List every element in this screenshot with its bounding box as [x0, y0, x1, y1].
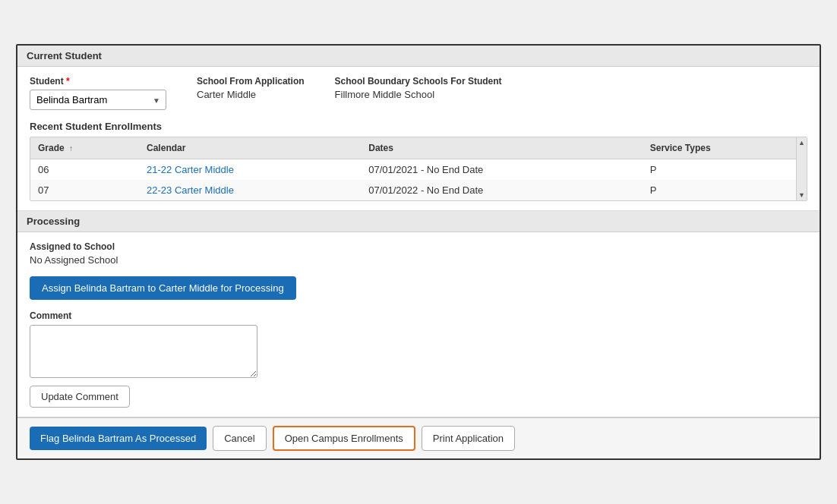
open-enrollments-button[interactable]: Open Campus Enrollments	[273, 426, 415, 451]
scroll-down-icon[interactable]: ▼	[797, 190, 807, 200]
assigned-to-school-value: No Assigned School	[30, 254, 807, 266]
student-field-group: Student * Belinda Bartram ▼	[30, 76, 166, 110]
enrollments-table: Grade ↑ Calendar Dates Service Types 062…	[30, 137, 807, 200]
processing-header: Processing	[17, 211, 820, 232]
flag-processed-button[interactable]: Flag Belinda Bartram As Processed	[30, 427, 207, 450]
service-types-header: Service Types	[643, 137, 807, 159]
footer-bar: Flag Belinda Bartram As Processed Cancel…	[17, 417, 820, 458]
table-scrollbar[interactable]: ▲ ▼	[796, 137, 807, 200]
processing-body: Assigned to School No Assigned School As…	[17, 232, 820, 417]
update-comment-button[interactable]: Update Comment	[30, 386, 130, 408]
calendar-header: Calendar	[139, 137, 361, 159]
recent-enrollments-label: Recent Student Enrollments	[30, 121, 807, 132]
service-types-cell: P	[643, 159, 807, 181]
enrollments-table-wrapper: Grade ↑ Calendar Dates Service Types 062…	[30, 137, 807, 201]
recent-enrollments-section: Recent Student Enrollments Grade ↑ Calen…	[30, 121, 807, 201]
assign-button[interactable]: Assign Belinda Bartram to Carter Middle …	[30, 276, 296, 300]
student-label: Student *	[30, 76, 166, 87]
school-from-label: School From Application	[197, 76, 305, 87]
grade-cell: 06	[30, 159, 139, 181]
assigned-to-school-label: Assigned to School	[30, 241, 807, 252]
table-row: 0722-23 Carter Middle07/01/2022 - No End…	[30, 180, 807, 200]
calendar-cell[interactable]: 22-23 Carter Middle	[139, 180, 361, 200]
required-star: *	[66, 76, 70, 87]
student-select-wrapper: Belinda Bartram ▼	[30, 90, 166, 110]
sort-icon: ↑	[69, 144, 73, 153]
student-select[interactable]: Belinda Bartram	[30, 90, 166, 110]
dates-cell: 07/01/2022 - No End Date	[361, 180, 643, 200]
school-boundary-label: School Boundary Schools For Student	[335, 76, 502, 87]
dates-header: Dates	[361, 137, 643, 159]
comment-textarea[interactable]	[30, 325, 257, 378]
grade-cell: 07	[30, 180, 139, 200]
current-student-header: Current Student	[17, 46, 820, 67]
scroll-up-icon[interactable]: ▲	[797, 137, 807, 148]
student-info-row: Student * Belinda Bartram ▼ School From …	[30, 76, 807, 110]
print-application-button[interactable]: Print Application	[422, 426, 515, 451]
school-from-value: Carter Middle	[197, 89, 305, 100]
current-student-body: Student * Belinda Bartram ▼ School From …	[17, 67, 820, 210]
processing-section: Processing Assigned to School No Assigne…	[17, 210, 820, 417]
dates-cell: 07/01/2021 - No End Date	[361, 159, 643, 181]
main-panel: Current Student Student * Belinda Bartra…	[16, 44, 821, 460]
calendar-cell[interactable]: 21-22 Carter Middle	[139, 159, 361, 181]
comment-label: Comment	[30, 310, 807, 321]
school-boundary-value: Fillmore Middle School	[335, 89, 502, 100]
grade-header: Grade ↑	[30, 137, 139, 159]
table-row: 0621-22 Carter Middle07/01/2021 - No End…	[30, 159, 807, 181]
school-from-application-group: School From Application Carter Middle	[197, 76, 305, 110]
school-boundary-group: School Boundary Schools For Student Fill…	[335, 76, 502, 110]
table-header-row: Grade ↑ Calendar Dates Service Types	[30, 137, 807, 159]
service-types-cell: P	[643, 180, 807, 200]
cancel-button[interactable]: Cancel	[213, 426, 266, 451]
